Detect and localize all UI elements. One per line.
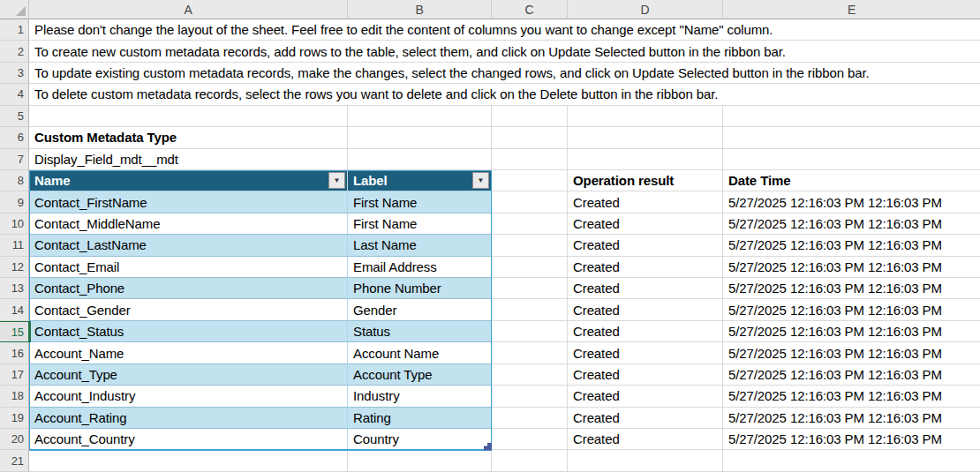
date-time-header[interactable]: Date Time — [723, 170, 980, 191]
cell-d9-result[interactable]: Created — [568, 191, 723, 213]
cell-d13-result[interactable]: Created — [568, 278, 723, 299]
row-header-4[interactable]: 4 — [0, 84, 29, 105]
row-header-1[interactable]: 1 — [0, 19, 29, 41]
cell-a18-name[interactable]: Account_Industry — [29, 386, 348, 407]
cell-d19-result[interactable]: Created — [568, 408, 723, 429]
row-header-11[interactable]: 11 — [0, 235, 29, 256]
table-header-label[interactable]: Label ▼ — [348, 170, 492, 191]
cell-e6[interactable] — [723, 127, 980, 148]
cell-b7[interactable] — [348, 149, 492, 170]
cell-c6[interactable] — [492, 127, 568, 148]
cell-c8[interactable] — [492, 170, 568, 191]
cell-d7[interactable] — [568, 149, 723, 170]
cell-b11-label[interactable]: Last Name — [348, 235, 492, 256]
cell-c21[interactable] — [492, 450, 568, 471]
cell-c19[interactable] — [492, 408, 568, 429]
cell-a1-instruction[interactable]: Please don't change the layout of the sh… — [29, 19, 980, 41]
select-all-button[interactable] — [0, 0, 29, 19]
cell-a4-instruction[interactable]: To delete custom metadata records, selec… — [29, 84, 980, 105]
cell-a2-instruction[interactable]: To create new custom metadata records, a… — [29, 41, 980, 62]
cell-e7[interactable] — [723, 149, 980, 170]
row-header-15-active[interactable]: 15 — [0, 321, 29, 342]
row-header-18[interactable]: 18 — [0, 386, 29, 407]
column-header-a[interactable]: A — [29, 0, 348, 19]
row-header-7[interactable]: 7 — [0, 149, 29, 170]
operation-result-header[interactable]: Operation result — [568, 170, 723, 191]
cell-a12-name[interactable]: Contact_Email — [29, 257, 348, 278]
row-header-9[interactable]: 9 — [0, 191, 29, 213]
cell-e18-datetime[interactable]: 5/27/2025 12:16:03 PM 12:16:03 PM — [723, 386, 980, 407]
row-header-17[interactable]: 17 — [0, 364, 29, 386]
cell-a14-name[interactable]: Contact_Gender — [29, 299, 348, 320]
cell-d10-result[interactable]: Created — [568, 214, 723, 235]
cell-a7-type-name[interactable]: Display_Field_mdt__mdt — [29, 149, 348, 170]
cell-b5[interactable] — [348, 106, 492, 127]
cell-e5[interactable] — [723, 106, 980, 127]
column-header-c[interactable]: C — [492, 0, 568, 19]
cell-c15[interactable] — [492, 321, 568, 342]
cell-c18[interactable] — [492, 386, 568, 407]
column-header-b[interactable]: B — [348, 0, 492, 19]
cell-d14-result[interactable]: Created — [568, 299, 723, 320]
cell-a16-name[interactable]: Account_Name — [29, 342, 348, 363]
cell-c14[interactable] — [492, 299, 568, 320]
cell-d18-result[interactable]: Created — [568, 386, 723, 407]
row-header-16[interactable]: 16 — [0, 342, 29, 363]
cell-e17-datetime[interactable]: 5/27/2025 12:16:03 PM 12:16:03 PM — [723, 364, 980, 386]
cell-d21[interactable] — [568, 450, 723, 471]
row-header-8[interactable]: 8 — [0, 170, 29, 191]
cell-e20-datetime[interactable]: 5/27/2025 12:16:03 PM 12:16:03 PM — [723, 429, 980, 450]
column-header-e[interactable]: E — [723, 0, 980, 19]
cell-c9[interactable] — [492, 191, 568, 213]
cell-e21[interactable] — [723, 450, 980, 471]
cell-a3-instruction[interactable]: To update existing custom metadata recor… — [29, 63, 980, 84]
cell-b16-label[interactable]: Account Name — [348, 342, 492, 363]
cell-a13-name[interactable]: Contact_Phone — [29, 278, 348, 299]
cell-b10-label[interactable]: First Name — [348, 214, 492, 235]
cell-c17[interactable] — [492, 364, 568, 386]
cell-a15-name-active-cell[interactable]: Contact_Status — [29, 321, 348, 342]
cell-e10-datetime[interactable]: 5/27/2025 12:16:03 PM 12:16:03 PM — [723, 214, 980, 235]
cell-d12-result[interactable]: Created — [568, 257, 723, 278]
name-filter-dropdown-button[interactable]: ▼ — [328, 172, 345, 189]
row-header-5[interactable]: 5 — [0, 106, 29, 127]
cell-e16-datetime[interactable]: 5/27/2025 12:16:03 PM 12:16:03 PM — [723, 342, 980, 363]
cell-a21[interactable] — [29, 450, 348, 471]
cell-c20[interactable] — [492, 429, 568, 450]
row-header-6[interactable]: 6 — [0, 127, 29, 148]
cell-b18-label[interactable]: Industry — [348, 386, 492, 407]
cell-e15-datetime[interactable]: 5/27/2025 12:16:03 PM 12:16:03 PM — [723, 321, 980, 342]
cell-a20-name[interactable]: Account_Country — [29, 429, 348, 450]
cell-b14-label[interactable]: Gender — [348, 299, 492, 320]
cell-d6[interactable] — [568, 127, 723, 148]
cell-b13-label[interactable]: Phone Number — [348, 278, 492, 299]
cell-b17-label[interactable]: Account Type — [348, 364, 492, 386]
row-header-14[interactable]: 14 — [0, 299, 29, 320]
cell-d16-result[interactable]: Created — [568, 342, 723, 363]
label-filter-dropdown-button[interactable]: ▼ — [472, 172, 489, 189]
cell-c11[interactable] — [492, 235, 568, 256]
row-header-20[interactable]: 20 — [0, 429, 29, 450]
cell-c13[interactable] — [492, 278, 568, 299]
cell-a6-section-title[interactable]: Custom Metadata Type — [29, 127, 348, 148]
cell-a19-name[interactable]: Account_Rating — [29, 408, 348, 429]
column-header-d[interactable]: D — [568, 0, 723, 19]
cell-a17-name[interactable]: Account_Type — [29, 364, 348, 386]
cell-c5[interactable] — [492, 106, 568, 127]
cell-b15-label[interactable]: Status — [348, 321, 492, 342]
cell-a5[interactable] — [29, 106, 348, 127]
cell-b6[interactable] — [348, 127, 492, 148]
cell-e11-datetime[interactable]: 5/27/2025 12:16:03 PM 12:16:03 PM — [723, 235, 980, 256]
row-header-3[interactable]: 3 — [0, 63, 29, 84]
table-header-name[interactable]: Name ▼ — [29, 170, 348, 191]
row-header-12[interactable]: 12 — [0, 257, 29, 278]
cell-b21[interactable] — [348, 450, 492, 471]
cell-a9-name[interactable]: Contact_FirstName — [29, 191, 348, 213]
cell-b20-label[interactable]: Country — [348, 429, 492, 450]
row-header-2[interactable]: 2 — [0, 41, 29, 62]
cell-e13-datetime[interactable]: 5/27/2025 12:16:03 PM 12:16:03 PM — [723, 278, 980, 299]
cell-c16[interactable] — [492, 342, 568, 363]
row-header-10[interactable]: 10 — [0, 214, 29, 235]
cell-d5[interactable] — [568, 106, 723, 127]
cell-b19-label[interactable]: Rating — [348, 408, 492, 429]
